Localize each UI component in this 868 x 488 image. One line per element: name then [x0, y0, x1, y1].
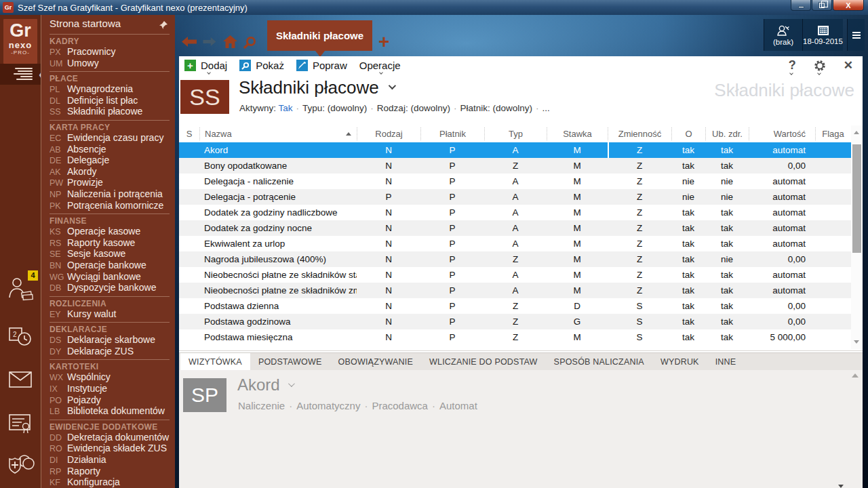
sidebar-item-instytucje[interactable]: IXInstytucje: [50, 384, 170, 395]
page-title[interactable]: Składniki płacowe: [239, 77, 394, 98]
sidebar-item-potr-cenia-komornicze[interactable]: PKPotrącenia komornicze: [50, 201, 170, 212]
help-button[interactable]: ?: [789, 56, 796, 75]
edit-button[interactable]: Popraw: [296, 56, 347, 75]
mail-module-button[interactable]: [7, 369, 35, 396]
scroll-down-icon[interactable]: [854, 340, 859, 344]
main-menu-button[interactable]: ❮: [0, 64, 41, 85]
sidebar-item-definicje-list-p-ac[interactable]: DLDefinicje list płac: [50, 96, 170, 107]
table-row[interactable]: Podstawa miesięcznaNPZMStaktak5 000,00: [179, 329, 863, 345]
sidebar-item-absencje[interactable]: ABAbsencje: [50, 144, 170, 156]
nav-menu-button[interactable]: [847, 19, 865, 51]
detail-title[interactable]: Akord: [237, 375, 293, 394]
filter-segment[interactable]: Aktywny: Tak: [239, 103, 293, 113]
table-row[interactable]: Delegacja - naliczenieNPAMZnienieautomat: [179, 174, 863, 189]
column-header-Typ[interactable]: Typ: [484, 127, 547, 140]
detail-tab-spos-b-naliczania[interactable]: SPOSÓB NALICZANIA: [546, 353, 652, 370]
panel-splitter[interactable]: [179, 350, 863, 351]
column-header-Rodzaj[interactable]: Rodzaj: [357, 127, 420, 140]
table-row[interactable]: Dodatek za godziny nadliczboweNPAMZtakta…: [179, 205, 863, 220]
column-header-S[interactable]: S: [179, 127, 199, 140]
column-header-Wartość[interactable]: Wartość: [749, 127, 815, 140]
filter-value[interactable]: ...: [542, 103, 549, 113]
sidebar-item-sesje-kasowe[interactable]: SESesje kasowe: [50, 249, 170, 260]
minimize-button[interactable]: [791, 0, 811, 11]
column-header-O[interactable]: O: [671, 127, 705, 140]
sidebar-item-ewidencja-sk-adek-zus[interactable]: ROEwidencja składek ZUS: [50, 443, 170, 455]
search-button[interactable]: [243, 36, 256, 52]
table-row[interactable]: Ekwiwalent za urlopNPAMZtaktakautomat: [179, 236, 863, 251]
sidebar-item-naliczenia-i-potr-cenia[interactable]: NPNaliczenia i potrącenia: [50, 189, 170, 201]
column-header-Ub. zdr.[interactable]: Ub. zdr.: [705, 127, 749, 140]
operations-button[interactable]: Operacje: [359, 56, 401, 75]
column-header-Płatnik[interactable]: Płatnik: [420, 127, 484, 140]
time-module-button[interactable]: 2: [7, 324, 35, 351]
date-panel-button[interactable]: 18-09-2015: [802, 19, 843, 51]
scroll-up-icon[interactable]: [854, 131, 859, 134]
filter-value[interactable]: (dowolny): [410, 103, 450, 113]
sidebar-item-deklaracje-skarbowe[interactable]: DSDeklaracje skarbowe: [50, 335, 170, 346]
filter-segment[interactable]: ...: [542, 103, 549, 113]
grid-scrollbar[interactable]: [851, 125, 863, 349]
table-row[interactable]: Dodatek za godziny nocneNPAMZtaktakautom…: [179, 220, 863, 236]
sidebar-item-raporty-kasowe[interactable]: RSRaporty kasowe: [50, 238, 170, 249]
column-header-Stawka[interactable]: Stawka: [547, 127, 608, 140]
scrollbar-thumb[interactable]: [852, 144, 861, 253]
filter-segment[interactable]: Płatnik: (dowolny): [460, 103, 532, 113]
table-row[interactable]: Nieobecności płatne ze składników zmie..…: [179, 283, 863, 298]
table-row[interactable]: AkordNPAMZtaktakautomat: [179, 142, 863, 158]
filter-value[interactable]: (dowolny): [328, 103, 368, 113]
filter-segment[interactable]: Typu: (dowolny): [302, 103, 367, 113]
sidebar-item-wsp-lnicy[interactable]: WXWspólnicy: [50, 372, 170, 384]
sidebar-item-pojazdy[interactable]: POPojazdy: [50, 395, 170, 407]
filter-value[interactable]: (dowolny): [492, 103, 532, 113]
table-row[interactable]: Nagroda jubileuszowa (400%)NPZMZtaknie0,…: [179, 251, 863, 267]
sidebar-item-raporty[interactable]: RPRaporty: [50, 466, 170, 478]
detail-scroll-up-icon[interactable]: [852, 373, 859, 378]
sidebar-item-dyspozycje-bankowe[interactable]: DBDyspozycje bankowe: [50, 283, 170, 294]
sidebar-item-delegacje[interactable]: DEDelegacje: [50, 155, 170, 167]
detail-scroll-down-icon[interactable]: [838, 485, 844, 488]
sidebar-item-sk-adniki-p-acowe[interactable]: SSSkładniki płacowe: [50, 106, 170, 118]
user-panel-button[interactable]: (brak): [764, 19, 802, 51]
sidebar-item-umowy[interactable]: UMUmowy: [50, 58, 170, 70]
show-button[interactable]: Pokaż: [239, 56, 284, 75]
back-button[interactable]: [182, 37, 197, 49]
sidebar-item-dzia-ania[interactable]: DIDziałania: [50, 455, 170, 466]
sidebar-item-operacje-kasowe[interactable]: KSOperacje kasowe: [50, 226, 170, 238]
sidebar-item-prowizje[interactable]: PWProwizje: [50, 178, 170, 189]
payroll-module-button[interactable]: 4: [7, 276, 35, 303]
sidebar-item-operacje-bankowe[interactable]: BNOperacje bankowe: [50, 260, 170, 272]
tab-skladniki-placowe[interactable]: Składniki płacowe: [267, 20, 372, 51]
table-row[interactable]: Podstawa dziennaNPZDStaktak0,00: [179, 298, 863, 314]
sidebar-item-akordy[interactable]: AKAkordy: [50, 167, 170, 178]
detail-tab-inne[interactable]: INNE: [707, 353, 745, 370]
sidebar-item-strona-startowa[interactable]: Strona startowa: [41, 15, 175, 32]
sidebar-item-kursy-walut[interactable]: EYKursy walut: [50, 309, 170, 321]
column-header-Nazwa[interactable]: Nazwa: [199, 127, 357, 140]
sidebar-item-dekretacja-dokument-w[interactable]: DDDekretacja dokumentów: [50, 432, 170, 444]
sidebar-item-wynagrodzenia[interactable]: PLWynagrodzenia: [50, 84, 170, 96]
new-tab-button[interactable]: +: [378, 33, 389, 52]
restore-button[interactable]: [812, 0, 832, 11]
add-button[interactable]: + Dodaj: [184, 56, 227, 75]
sidebar-item-pracownicy[interactable]: PXPracownicy: [50, 47, 170, 58]
column-header-Flaga[interactable]: Flaga: [815, 127, 850, 140]
sidebar-item-biblioteka-dokument-w[interactable]: LBBiblioteka dokumentów: [50, 406, 170, 418]
detail-tab-wizyt-wka[interactable]: WIZYTÓWKA: [180, 353, 250, 370]
close-view-button[interactable]: ✕: [844, 56, 853, 75]
forward-button[interactable]: [203, 37, 216, 49]
detail-tab-wydruk[interactable]: WYDRUK: [652, 353, 707, 370]
table-row[interactable]: Podstawa godzinowaNPZGStaktak0,00: [179, 314, 863, 329]
detail-tab-obowi-zywanie[interactable]: OBOWIĄZYWANIE: [330, 353, 421, 370]
column-header-Zmienność[interactable]: Zmienność: [608, 127, 671, 140]
table-row[interactable]: Delegacja - potrąceniePPAMZnienieautomat: [179, 189, 863, 205]
documents-module-button[interactable]: [7, 412, 35, 439]
settings-button[interactable]: [814, 56, 826, 75]
detail-tab-wliczanie-do-podstaw[interactable]: WLICZANIE DO PODSTAW: [421, 353, 546, 370]
home-button[interactable]: [223, 35, 237, 51]
table-row[interactable]: Nieobecności płatne ze składników stały.…: [179, 267, 863, 283]
detail-tab-podstawowe[interactable]: PODSTAWOWE: [250, 353, 330, 370]
sidebar-item-deklaracje-zus[interactable]: DYDeklaracje ZUS: [50, 346, 170, 358]
pin-icon[interactable]: [159, 18, 168, 35]
addons-module-button[interactable]: [7, 453, 35, 480]
